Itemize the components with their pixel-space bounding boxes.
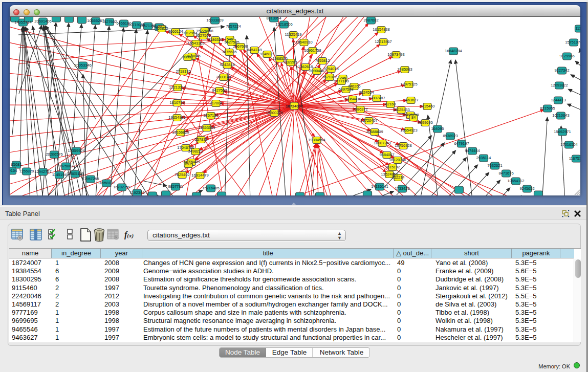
svg-text:16543362: 16543362 (187, 41, 204, 46)
svg-text:8471676: 8471676 (498, 171, 513, 176)
svg-text:16648784: 16648784 (445, 49, 462, 53)
svg-text:1192346: 1192346 (130, 190, 145, 195)
svg-text:12213967: 12213967 (375, 39, 391, 44)
svg-text:2967608: 2967608 (233, 44, 248, 49)
svg-text:252214: 252214 (391, 175, 404, 180)
svg-text:7485063: 7485063 (397, 67, 412, 72)
svg-text:763822: 763822 (155, 26, 168, 31)
svg-text:1527602: 1527602 (102, 19, 117, 24)
svg-text:16120746: 16120746 (389, 158, 406, 162)
svg-text:20206576: 20206576 (46, 152, 62, 157)
svg-text:8186323: 8186323 (208, 37, 223, 42)
svg-text:16782759: 16782759 (113, 185, 130, 189)
svg-text:17957255: 17957255 (82, 177, 99, 181)
svg-text:3498222: 3498222 (188, 149, 203, 154)
svg-text:217004: 217004 (209, 101, 222, 105)
svg-text:16961758: 16961758 (304, 48, 321, 53)
svg-text:2087682: 2087682 (363, 18, 378, 23)
svg-text:18724007: 18724007 (286, 104, 302, 108)
svg-text:8912954: 8912954 (182, 31, 197, 35)
svg-text:1156829: 1156829 (19, 169, 34, 173)
svg-text:2803144: 2803144 (216, 75, 231, 79)
svg-text:11325419: 11325419 (285, 32, 302, 37)
svg-text:9884067: 9884067 (379, 152, 394, 157)
svg-text:7986372: 7986372 (353, 107, 367, 112)
svg-text:85081: 85081 (11, 162, 22, 167)
svg-text:1167534: 1167534 (569, 156, 580, 161)
svg-text:16033809: 16033809 (206, 18, 223, 23)
svg-text:10654112: 10654112 (508, 179, 525, 183)
svg-text:1505: 1505 (184, 162, 193, 166)
svg-text:9699695: 9699695 (418, 120, 432, 125)
svg-text:9227342: 9227342 (554, 68, 569, 73)
svg-text:10958107: 10958107 (98, 181, 115, 185)
svg-text:20053346: 20053346 (74, 63, 91, 68)
svg-text:10688609: 10688609 (366, 129, 383, 134)
svg-text:10973493: 10973493 (387, 52, 404, 57)
svg-text:62160: 62160 (385, 102, 396, 106)
svg-text:19654985: 19654985 (168, 115, 185, 120)
svg-text:12975125: 12975125 (400, 82, 417, 86)
svg-text:1615192: 1615192 (385, 165, 400, 169)
svg-text:9474444: 9474444 (465, 148, 480, 153)
svg-text:15226058: 15226058 (196, 29, 213, 33)
svg-text:1244413: 1244413 (551, 98, 565, 102)
svg-text:9146821: 9146821 (259, 52, 274, 56)
svg-text:2935114: 2935114 (476, 156, 491, 160)
svg-text:15751074: 15751074 (565, 40, 580, 45)
svg-text:15692971: 15692971 (554, 129, 571, 134)
svg-text:18807249: 18807249 (374, 141, 390, 145)
svg-text:12093822: 12093822 (551, 83, 568, 87)
svg-text:9794078: 9794078 (323, 67, 338, 71)
svg-text:9777169: 9777169 (334, 79, 349, 83)
svg-text:1145194: 1145194 (52, 172, 67, 177)
svg-text:17359924: 17359924 (68, 148, 84, 153)
svg-text:832203: 832203 (284, 60, 297, 64)
svg-text:19384554: 19384554 (308, 138, 325, 142)
svg-text:8660124: 8660124 (168, 29, 183, 34)
svg-text:3624554: 3624554 (359, 90, 374, 95)
svg-text:8427552: 8427552 (212, 88, 227, 93)
svg-text:20691406: 20691406 (34, 19, 51, 24)
svg-text:16914479: 16914479 (191, 173, 208, 178)
svg-text:20364436: 20364436 (344, 97, 361, 101)
svg-text:7625402: 7625402 (175, 172, 189, 177)
svg-text:19166829: 19166829 (172, 130, 189, 135)
svg-text:9975867: 9975867 (58, 164, 73, 168)
svg-text:7632621: 7632621 (487, 163, 502, 168)
svg-text:9115460: 9115460 (420, 104, 435, 108)
svg-text:6479197: 6479197 (454, 141, 469, 146)
svg-text:15495759: 15495759 (402, 113, 419, 117)
svg-text:15720407: 15720407 (360, 118, 377, 123)
svg-text:14055714: 14055714 (14, 20, 31, 25)
svg-text:98901: 98901 (183, 55, 193, 59)
svg-text:84: 84 (411, 115, 416, 120)
svg-text:8813054: 8813054 (266, 17, 281, 20)
svg-text:9857791: 9857791 (168, 184, 183, 189)
svg-text:12942757: 12942757 (34, 169, 51, 174)
svg-text:12213319: 12213319 (169, 85, 186, 90)
svg-text:7955812: 7955812 (315, 58, 330, 63)
svg-text:164095: 164095 (431, 126, 444, 131)
svg-text:12505135: 12505135 (67, 171, 83, 176)
svg-text:19654923: 19654923 (400, 128, 417, 133)
svg-text:3267130: 3267130 (203, 113, 218, 118)
svg-text:9242848: 9242848 (220, 62, 234, 67)
svg-text:19756928: 19756928 (395, 143, 411, 148)
svg-text:2718176: 2718176 (176, 69, 190, 74)
svg-text:11353594: 11353594 (199, 125, 215, 130)
svg-text:15716485: 15716485 (202, 186, 219, 190)
svg-text:8990448: 8990448 (309, 69, 324, 73)
svg-text:10807487: 10807487 (368, 96, 385, 100)
svg-text:1117: 1117 (575, 26, 580, 31)
svg-text:16210643: 16210643 (552, 113, 569, 118)
svg-text:16154838: 16154838 (373, 27, 389, 32)
svg-text:9245652: 9245652 (519, 186, 534, 191)
svg-text:19218506: 19218506 (275, 22, 292, 27)
svg-text:39154: 39154 (10, 168, 17, 173)
svg-text:1810755: 1810755 (169, 100, 184, 105)
svg-text:17016504: 17016504 (560, 142, 577, 147)
svg-text:8938923: 8938923 (443, 134, 458, 138)
svg-text:7857224: 7857224 (226, 24, 241, 29)
svg-text:9463627: 9463627 (403, 98, 418, 102)
